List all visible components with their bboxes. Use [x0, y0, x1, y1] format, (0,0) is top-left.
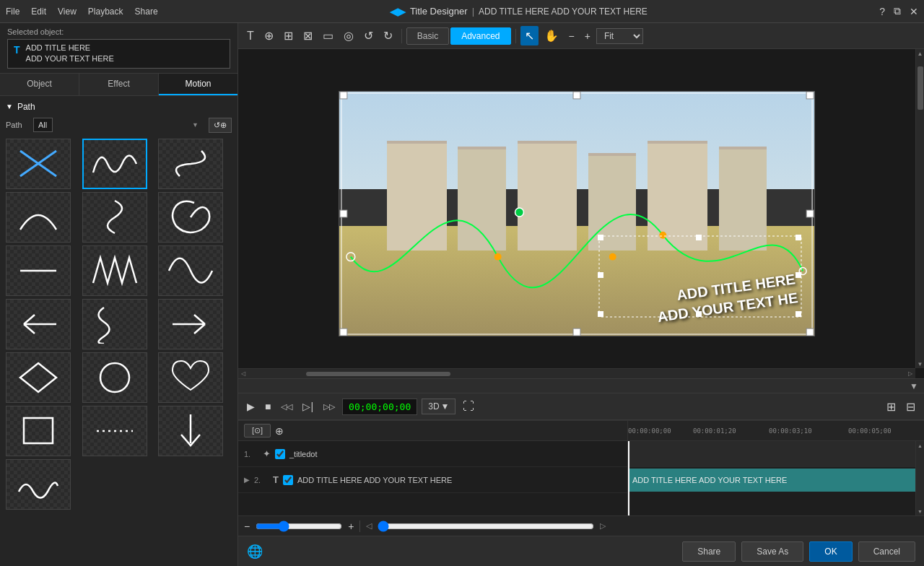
path-item-arrow-right[interactable] — [158, 299, 223, 349]
3d-mode-button[interactable]: 3D ▼ — [422, 399, 456, 414]
clip-track-2-row: ADD TITLE HERE ADD YOUR TEXT HERE — [628, 467, 915, 493]
vscroll-thumb[interactable] — [918, 66, 923, 110]
tab-motion[interactable]: Motion — [159, 74, 237, 95]
path-item-wave[interactable] — [82, 139, 147, 189]
path-item-line[interactable] — [6, 245, 71, 296]
tool-grid[interactable]: ⊞ — [279, 26, 297, 45]
path-item-zigzag[interactable] — [82, 245, 147, 296]
tool-rect[interactable]: ▭ — [318, 26, 338, 45]
main-toolbar: T ⊕ ⊞ ⊠ ▭ ◎ ↺ ↻ Basic Advanced ↖ ✋ − + F… — [238, 23, 924, 49]
tool-undo[interactable]: ↺ — [359, 26, 378, 45]
path-item-arrow-down[interactable] — [158, 406, 223, 456]
path-item-wavy-v[interactable] — [82, 299, 147, 349]
path-dropdown[interactable]: All — [33, 118, 53, 132]
path-item-spiral[interactable] — [158, 192, 223, 243]
path-item-dotted[interactable] — [82, 406, 147, 456]
tl-vscroll-up[interactable]: ▲ — [916, 441, 924, 450]
zoom-level-select[interactable]: Fit 100% 50% — [596, 28, 643, 44]
zoom-out-button[interactable]: − — [565, 27, 579, 45]
tl-zoom-slider[interactable] — [256, 521, 342, 532]
prev-button[interactable]: ◁◁ — [278, 399, 295, 414]
path-reset-button[interactable]: ↺⊕ — [209, 118, 232, 133]
path-row-label: Path — [6, 121, 27, 129]
hscroll-right[interactable]: ▷ — [905, 370, 915, 377]
path-item-wave2[interactable] — [158, 245, 223, 296]
tab-object[interactable]: Object — [0, 74, 79, 95]
hscroll-left[interactable]: ◁ — [238, 370, 248, 377]
timeline-vscroll[interactable]: ▲ ▼ — [915, 441, 924, 515]
ruler-mark-2: 00:00:03;10 — [769, 427, 812, 435]
menu-share[interactable]: Share — [135, 6, 158, 17]
svg-marker-3 — [20, 363, 56, 392]
zoom-in-button[interactable]: + — [580, 27, 595, 45]
tool-redo[interactable]: ↻ — [379, 26, 397, 45]
track-icon-1: ✦ — [263, 448, 271, 459]
path-item-arc[interactable] — [6, 192, 71, 243]
bottom-action-bar: 🌐 Share Save As OK Cancel — [238, 536, 924, 566]
track-visible-1[interactable] — [275, 449, 285, 459]
tl-zoom-out[interactable]: − — [244, 521, 250, 532]
grid-view-button-1[interactable]: ⊞ — [884, 397, 899, 417]
mode-basic-button[interactable]: Basic — [406, 27, 449, 45]
close-button[interactable]: ✕ — [910, 6, 918, 17]
fast-forward-button[interactable]: ▷▷ — [321, 399, 338, 414]
svg-rect-29 — [598, 311, 603, 317]
tool-align[interactable]: ⊠ — [299, 26, 317, 45]
save-as-button[interactable]: Save As — [741, 541, 803, 562]
svg-rect-31 — [796, 311, 801, 317]
path-pattern-grid — [6, 139, 232, 510]
grid-view-button-2[interactable]: ⊟ — [903, 397, 918, 417]
tool-add[interactable]: ⊕ — [260, 26, 278, 45]
track-visible-2[interactable] — [283, 475, 293, 485]
path-item-scurve[interactable] — [158, 139, 223, 189]
menu-playback[interactable]: Playback — [88, 6, 123, 17]
tl-scroll-left[interactable]: ◁ — [366, 521, 372, 531]
menu-view[interactable]: View — [58, 6, 77, 17]
path-section-header[interactable]: ▼ Path — [6, 102, 232, 112]
step-forward-button[interactable]: ▷| — [300, 398, 316, 415]
tab-effect[interactable]: Effect — [79, 74, 159, 95]
tl-scroll-right[interactable]: ▷ — [600, 521, 606, 531]
expand-timeline-button[interactable]: ▼ — [910, 381, 918, 391]
path-item-circle[interactable] — [82, 352, 147, 403]
path-item-diamond[interactable] — [6, 352, 71, 403]
path-item-arrow-left[interactable] — [6, 299, 71, 349]
cancel-button[interactable]: Cancel — [858, 541, 915, 562]
tool-select[interactable]: ↖ — [520, 26, 539, 45]
share-button[interactable]: Share — [682, 541, 736, 562]
canvas-vscroll[interactable]: ▲ ▼ — [915, 49, 924, 368]
vscroll-up[interactable]: ▲ — [916, 49, 924, 58]
restore-button[interactable]: ⧉ — [894, 5, 901, 17]
menu-edit[interactable]: Edit — [31, 6, 46, 17]
3d-dropdown-icon: ▼ — [441, 401, 450, 412]
tl-hscroll-slider[interactable] — [378, 521, 594, 532]
mode-advanced-button[interactable]: Advanced — [450, 27, 510, 45]
vscroll-down[interactable]: ▼ — [916, 360, 924, 368]
help-button[interactable]: ? — [879, 6, 885, 17]
tl-zoom-in[interactable]: + — [348, 521, 354, 532]
path-item-sshape[interactable] — [82, 192, 147, 243]
fullscreen-button[interactable]: ⛶ — [463, 400, 474, 413]
tool-text[interactable]: T — [243, 27, 258, 45]
language-button[interactable]: 🌐 — [247, 544, 263, 560]
timeline-add-button[interactable]: ⊕ — [275, 425, 284, 437]
tl-vscroll-track — [916, 450, 924, 507]
tool-ellipse[interactable]: ◎ — [339, 26, 358, 45]
stop-button[interactable]: ■ — [262, 398, 274, 415]
canvas-hscroll[interactable]: ◁ ▷ — [238, 368, 915, 378]
tl-vscroll-down[interactable]: ▼ — [916, 507, 924, 515]
track-expand-2[interactable]: ▶ — [244, 476, 250, 484]
hscroll-thumb[interactable] — [306, 372, 450, 376]
clip-track-1-row — [628, 441, 915, 467]
play-button[interactable]: ▶ — [244, 398, 258, 415]
menu-file[interactable]: File — [6, 6, 19, 17]
path-item-heart[interactable] — [158, 352, 223, 403]
tool-hand[interactable]: ✋ — [540, 26, 563, 45]
clip-text[interactable]: ADD TITLE HERE ADD YOUR TEXT HERE — [628, 469, 915, 492]
window-controls: ? ⧉ ✕ — [879, 5, 918, 17]
path-item-none[interactable] — [6, 139, 71, 189]
timeline-record-button[interactable]: [⊙] — [244, 424, 271, 437]
path-item-square[interactable] — [6, 406, 71, 456]
ok-button[interactable]: OK — [809, 541, 852, 562]
path-item-tilde[interactable] — [6, 459, 71, 510]
